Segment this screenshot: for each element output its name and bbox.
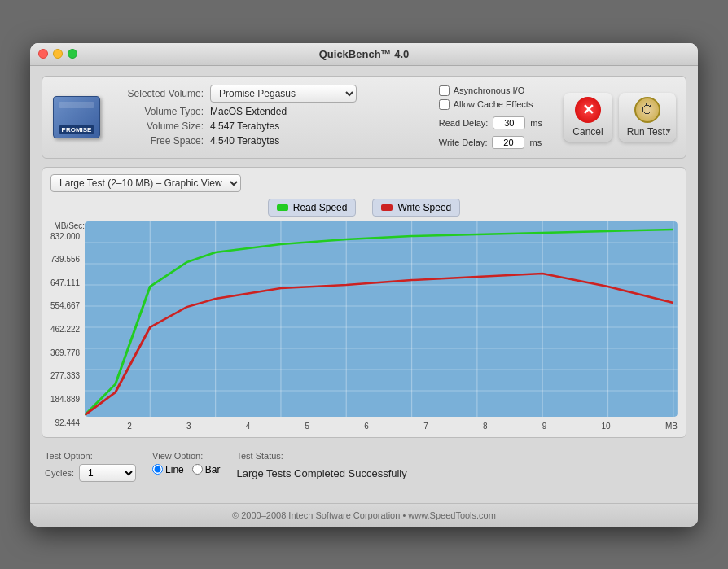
chart-panel: Large Test (2–10 MB) – Graphic View Read… (42, 167, 686, 438)
test-status-label: Test Status: (236, 451, 406, 461)
y-label-6: 277.333 (50, 371, 80, 380)
buttons-panel: ✕ Cancel ⏱ Run Test: ▼ (564, 93, 676, 142)
y-label-1: 739.556 (50, 255, 80, 264)
x-label-6: 8 (483, 422, 488, 431)
y-axis: 832.000 739.556 647.111 554.667 462.222 … (50, 232, 85, 427)
volume-size-value: 4.547 Terabytes (210, 120, 279, 132)
allow-cache-label: Allow Cache Effects (454, 99, 533, 109)
test-option-label: Test Option: (45, 451, 136, 461)
maximize-button[interactable] (68, 49, 77, 59)
cancel-icon: ✕ (575, 97, 601, 123)
run-test-label: Run Test: (627, 126, 668, 138)
volume-info: Selected Volume: Promise Pegasus Volume … (114, 85, 418, 150)
top-panel: PROMISE Selected Volume: Promise Pegasus… (42, 76, 686, 159)
volume-type-value: MacOS Extended (210, 106, 287, 117)
x-label-7: 9 (542, 422, 547, 431)
volume-type-row: Volume Type: MacOS Extended (114, 106, 418, 117)
view-option-group: View Option: Line Bar (152, 451, 220, 475)
status-text: Large Tests Completed Successfully (236, 467, 406, 479)
y-axis-container: MB/Sec: 832.000 739.556 647.111 554.667 … (50, 221, 85, 427)
run-dropdown-arrow: ▼ (664, 126, 673, 135)
y-label-4: 462.222 (50, 325, 80, 334)
drive-image: PROMISE (53, 96, 100, 138)
cancel-label: Cancel (572, 126, 603, 138)
free-space-value: 4.540 Terabytes (210, 135, 279, 147)
x-label-8: 10 (602, 422, 611, 431)
y-label-0: 832.000 (50, 232, 80, 241)
write-speed-label: Write Speed (397, 202, 451, 213)
x-label-0: 2 (127, 422, 132, 431)
view-radio-group: Line Bar (152, 464, 220, 475)
test-option-group: Test Option: Cycles: 1 (45, 451, 136, 482)
line-label: Line (165, 464, 184, 475)
chart-header: Large Test (2–10 MB) – Graphic View (50, 174, 678, 192)
volume-dropdown[interactable]: Promise Pegasus (210, 85, 357, 103)
svg-rect-0 (85, 221, 678, 417)
volume-size-row: Volume Size: 4.547 Terabytes (114, 120, 418, 132)
async-io-row: Asynchronous I/O (439, 85, 542, 96)
cycles-select[interactable]: 1 (79, 464, 136, 482)
read-delay-input[interactable] (493, 116, 525, 129)
bar-label: Bar (205, 464, 221, 475)
free-space-row: Free Space: 4.540 Terabytes (114, 135, 418, 147)
write-speed-legend: Write Speed (372, 199, 460, 217)
read-speed-dot (277, 204, 288, 211)
main-content: PROMISE Selected Volume: Promise Pegasus… (30, 66, 698, 503)
y-label-2: 647.111 (50, 278, 80, 287)
line-radio[interactable] (152, 464, 163, 475)
write-delay-ms: ms (529, 138, 542, 147)
read-delay-row: Read Delay: ms (439, 116, 542, 129)
mb-label: MB (665, 422, 678, 431)
cycles-label: Cycles: (45, 468, 74, 478)
close-button[interactable] (38, 49, 48, 59)
chart-with-axis: MB/Sec: 832.000 739.556 647.111 554.667 … (50, 221, 678, 431)
async-io-checkbox[interactable] (439, 85, 450, 96)
chart-svg-wrapper: 2 3 4 5 6 7 8 9 10 MB (85, 221, 678, 431)
window-title: QuickBench™ 4.0 (319, 48, 410, 60)
x-label-1: 3 (186, 422, 191, 431)
run-test-button[interactable]: ⏱ Run Test: ▼ (619, 93, 676, 142)
run-icon: ⏱ (634, 97, 660, 123)
chart-svg (85, 221, 678, 417)
read-speed-legend: Read Speed (268, 199, 357, 217)
volume-select-row: Selected Volume: Promise Pegasus (114, 85, 418, 103)
main-window: QuickBench™ 4.0 PROMISE Selected Volume:… (30, 43, 698, 527)
y-label-8: 92.444 (55, 418, 81, 427)
titlebar: QuickBench™ 4.0 (30, 43, 698, 66)
x-label-3: 5 (305, 422, 310, 431)
bar-radio-label[interactable]: Bar (192, 464, 221, 475)
chart-legend: Read Speed Write Speed (50, 199, 678, 217)
x-label-2: 4 (246, 422, 251, 431)
test-status-group: Test Status: Large Tests Completed Succe… (236, 451, 406, 479)
drive-icon: PROMISE (52, 93, 101, 142)
footer: © 2000–2008 Intech Software Corporation … (30, 503, 698, 527)
x-axis: 2 3 4 5 6 7 8 9 10 MB (85, 422, 678, 431)
y-label-3: 554.667 (50, 301, 80, 310)
write-speed-dot (381, 204, 393, 211)
free-space-label: Free Space: (114, 135, 204, 147)
async-io-label: Asynchronous I/O (454, 85, 524, 95)
bottom-controls: Test Option: Cycles: 1 View Option: Line (42, 446, 686, 487)
read-speed-label: Read Speed (293, 202, 348, 213)
drive-label: PROMISE (59, 125, 95, 134)
y-label-7: 184.889 (50, 395, 80, 404)
write-delay-input[interactable] (492, 136, 524, 149)
cancel-button[interactable]: ✕ Cancel (564, 93, 612, 142)
line-radio-label[interactable]: Line (152, 464, 184, 475)
allow-cache-row: Allow Cache Effects (439, 99, 542, 110)
traffic-lights (38, 49, 77, 59)
bar-radio[interactable] (192, 464, 203, 475)
read-delay-label: Read Delay: (439, 118, 489, 128)
write-delay-row: Write Delay: ms (439, 136, 542, 149)
minimize-button[interactable] (53, 49, 63, 59)
x-label-4: 6 (364, 422, 369, 431)
y-axis-title: MB/Sec: (54, 221, 85, 230)
chart-type-select[interactable]: Large Test (2–10 MB) – Graphic View (50, 174, 241, 192)
selected-volume-label: Selected Volume: (114, 88, 204, 99)
read-delay-ms: ms (530, 118, 542, 128)
allow-cache-checkbox[interactable] (439, 99, 450, 110)
view-option-label: View Option: (152, 451, 220, 461)
write-delay-label: Write Delay: (439, 138, 488, 147)
options-panel: Asynchronous I/O Allow Cache Effects Rea… (439, 85, 542, 149)
y-label-5: 369.778 (50, 348, 80, 357)
